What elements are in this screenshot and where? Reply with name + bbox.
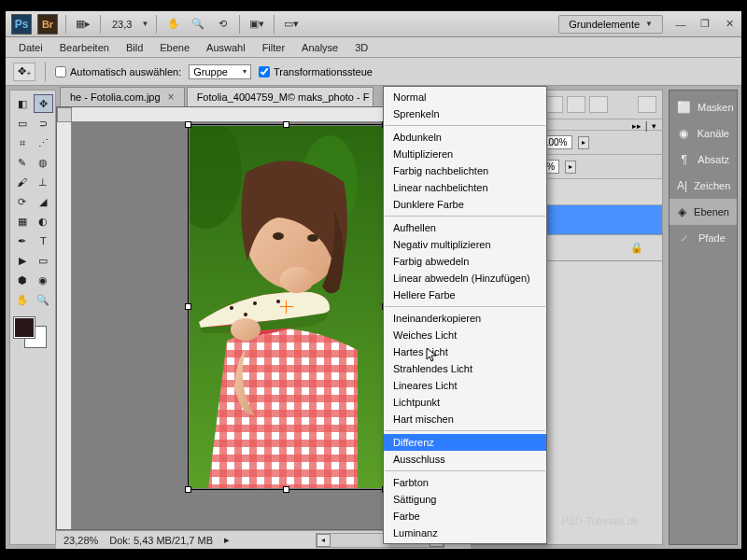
blend-mode-option[interactable]: Multiplizieren bbox=[384, 146, 546, 162]
zoom-tool[interactable]: 🔍 bbox=[34, 290, 54, 309]
transform-center[interactable] bbox=[280, 301, 293, 314]
3d-tool[interactable]: ⬢ bbox=[12, 271, 33, 289]
menu-analyse[interactable]: Analyse bbox=[294, 39, 345, 56]
quick-select-tool[interactable]: ⋰ bbox=[34, 133, 54, 152]
blend-mode-option[interactable]: Differenz bbox=[384, 434, 546, 451]
transform-handle[interactable] bbox=[283, 486, 289, 493]
workspace-selector[interactable]: Grundelemente ▼ bbox=[558, 15, 663, 34]
blend-mode-option[interactable]: Strahlendes Licht bbox=[384, 360, 546, 377]
gradient-tool[interactable]: ▦ bbox=[12, 212, 33, 231]
crop-tool[interactable]: ⌗ bbox=[12, 133, 33, 152]
eyedropper-tool[interactable]: ✎ bbox=[12, 153, 33, 172]
blend-mode-option[interactable]: Ausschluss bbox=[384, 451, 546, 468]
transform-bounding-box[interactable] bbox=[188, 124, 386, 490]
pen-tool[interactable]: ✒ bbox=[12, 231, 33, 250]
close-icon[interactable]: × bbox=[168, 91, 175, 104]
rotate-view-icon[interactable]: ⟲ bbox=[213, 15, 232, 34]
zoom-display[interactable]: 23,3 bbox=[108, 19, 135, 30]
opacity-slider-button[interactable]: ▸ bbox=[578, 136, 589, 149]
photoshop-logo[interactable]: Ps bbox=[11, 14, 32, 35]
auto-select-checkbox[interactable]: Automatisch auswählen: bbox=[55, 66, 181, 77]
transform-handle[interactable] bbox=[185, 486, 191, 493]
color-swatches[interactable] bbox=[12, 317, 49, 351]
close-button[interactable]: ✕ bbox=[723, 18, 736, 31]
heal-tool[interactable]: ◍ bbox=[34, 153, 54, 172]
panel-tab-zeichen[interactable]: A|Zeichen bbox=[669, 173, 737, 199]
ps-icon[interactable]: ◧ bbox=[12, 94, 33, 113]
blend-mode-option[interactable]: Sprenkeln bbox=[384, 105, 546, 122]
transform-handle[interactable] bbox=[185, 121, 191, 128]
document-tab[interactable]: he - Fotolia.com.jpg× bbox=[60, 87, 185, 106]
minimize-button[interactable]: — bbox=[674, 18, 687, 31]
blend-mode-option[interactable]: Abdunkeln bbox=[384, 129, 546, 146]
type-tool[interactable]: T bbox=[34, 231, 54, 250]
blend-mode-option[interactable]: Sättigung bbox=[384, 491, 546, 508]
scroll-left-button[interactable]: ◂ bbox=[317, 534, 331, 547]
blend-mode-option[interactable]: Linear abwedeln (Hinzufügen) bbox=[384, 270, 546, 287]
distribute-button[interactable] bbox=[638, 96, 656, 113]
zoom-tool-icon[interactable]: 🔍 bbox=[189, 15, 207, 34]
auto-select-target[interactable]: Gruppe ▾ bbox=[189, 64, 251, 79]
blend-mode-option[interactable]: Ineinanderkopieren bbox=[384, 310, 546, 327]
eraser-tool[interactable]: ◢ bbox=[34, 192, 54, 211]
foreground-color[interactable] bbox=[14, 317, 35, 338]
transform-handle[interactable] bbox=[283, 121, 289, 128]
blend-mode-option[interactable]: Farbton bbox=[384, 474, 546, 491]
blend-mode-option[interactable]: Hellere Farbe bbox=[384, 287, 546, 303]
blend-mode-option[interactable]: Normal bbox=[384, 89, 546, 105]
panel-tab-pfade[interactable]: ⟋Pfade bbox=[669, 225, 737, 251]
marquee-tool[interactable]: ▭ bbox=[12, 114, 33, 133]
restore-button[interactable]: ❐ bbox=[698, 18, 712, 31]
menu-auswahl[interactable]: Auswahl bbox=[199, 39, 253, 56]
blend-mode-option[interactable]: Linear nachbelichten bbox=[384, 179, 546, 196]
bridge-logo[interactable]: Br bbox=[37, 14, 58, 35]
move-tool[interactable]: ✥ bbox=[34, 94, 54, 113]
brush-tool[interactable]: 🖌 bbox=[12, 173, 33, 191]
blend-mode-option[interactable]: Farbe bbox=[384, 508, 546, 525]
arrange-icon[interactable]: ▣▾ bbox=[247, 15, 266, 34]
blend-mode-option[interactable]: Aufhellen bbox=[384, 219, 546, 236]
blend-mode-option[interactable]: Hartes Licht bbox=[384, 343, 546, 360]
blend-mode-option[interactable]: Dunklere Farbe bbox=[384, 196, 546, 213]
transform-controls-checkbox[interactable]: Transformationssteue bbox=[259, 66, 373, 77]
blend-mode-option[interactable]: Lichtpunkt bbox=[384, 394, 546, 411]
history-brush-tool[interactable]: ⟳ bbox=[12, 192, 33, 211]
document-tab[interactable]: Fotolia_4004759_M© maks_photo - F× bbox=[187, 87, 374, 106]
menu-bild[interactable]: Bild bbox=[119, 39, 150, 56]
menu-ebene[interactable]: Ebene bbox=[152, 39, 197, 56]
chevron-right-icon[interactable]: ▸ bbox=[224, 534, 230, 546]
blend-mode-option[interactable]: Farbig nachbelichten bbox=[384, 162, 546, 179]
panel-tab-absatz[interactable]: ¶Absatz bbox=[669, 147, 737, 173]
stamp-tool[interactable]: ⊥ bbox=[34, 173, 54, 191]
screen-mode-icon[interactable]: ▭▾ bbox=[282, 15, 301, 34]
align-bottom-button[interactable] bbox=[589, 96, 608, 113]
hand-tool[interactable]: ✋ bbox=[12, 290, 33, 309]
panel-tab-masken[interactable]: ⬜Masken bbox=[669, 94, 737, 120]
shape-tool[interactable]: ▭ bbox=[34, 251, 54, 270]
panel-tab-kanäle[interactable]: ◉Kanäle bbox=[669, 120, 737, 147]
panel-menu-icon[interactable]: ▸▸ │ ▾ bbox=[632, 121, 656, 128]
align-top-button[interactable] bbox=[544, 96, 563, 113]
panel-tab-ebenen[interactable]: ◈Ebenen bbox=[669, 199, 737, 225]
3d-camera-tool[interactable]: ◉ bbox=[34, 271, 54, 289]
menu-bearbeiten[interactable]: Bearbeiten bbox=[52, 39, 117, 56]
blur-tool[interactable]: ◐ bbox=[34, 212, 54, 231]
doc-size[interactable]: Dok: 5,43 MB/21,7 MB bbox=[109, 535, 213, 546]
blend-mode-option[interactable]: Negativ multiplizieren bbox=[384, 236, 546, 253]
zoom-level[interactable]: 23,28% bbox=[63, 535, 98, 546]
lasso-tool[interactable]: ⊃ bbox=[34, 114, 54, 133]
menu-3d[interactable]: 3D bbox=[347, 39, 375, 56]
blend-mode-option[interactable]: Hart mischen bbox=[384, 411, 546, 427]
hand-tool-icon[interactable]: ✋ bbox=[164, 15, 183, 34]
path-select-tool[interactable]: ▶ bbox=[12, 251, 33, 270]
move-tool-indicator[interactable]: ✥₊ bbox=[13, 63, 35, 81]
transform-handle[interactable] bbox=[185, 303, 191, 310]
blend-mode-option[interactable]: Farbig abwedeln bbox=[384, 253, 546, 270]
blend-mode-option[interactable]: Lineares Licht bbox=[384, 377, 546, 394]
blend-mode-dropdown[interactable]: NormalSprenkelnAbdunkelnMultiplizierenFa… bbox=[383, 86, 547, 544]
launch-icon[interactable]: ▦▸ bbox=[74, 15, 92, 34]
menu-filter[interactable]: Filter bbox=[255, 39, 292, 56]
align-middle-button[interactable] bbox=[567, 96, 585, 113]
fill-slider-button[interactable]: ▸ bbox=[565, 161, 576, 174]
blend-mode-option[interactable]: Luminanz bbox=[384, 525, 546, 541]
